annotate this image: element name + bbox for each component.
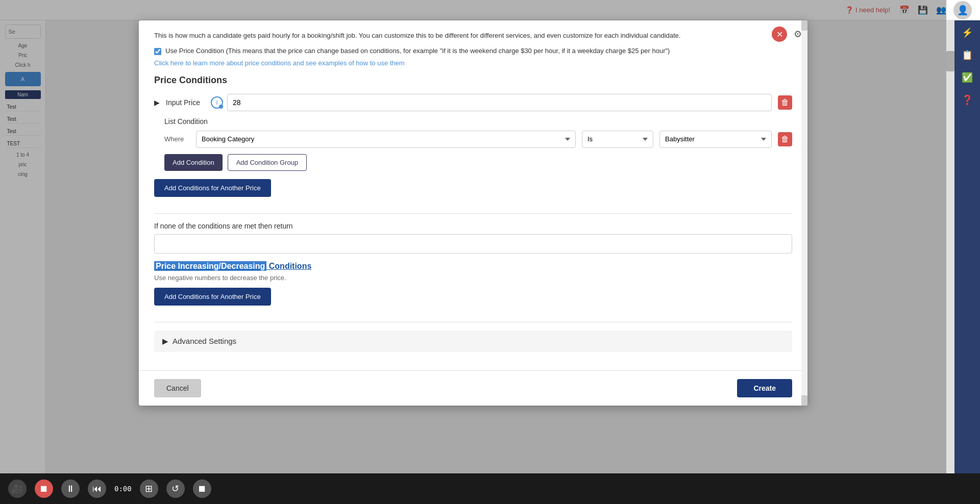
advanced-settings-toggle[interactable]: ▶ Advanced Settings (162, 337, 236, 346)
checkbox-row: Use Price Condition (This means that the… (154, 47, 792, 55)
panel-icon-4[interactable]: ❓ (959, 92, 975, 108)
condition-buttons-row: Add Condition Add Condition Group (164, 154, 792, 171)
condition-value-select[interactable]: Babysitter Nanny Driver (659, 131, 772, 148)
modal-overlay: ✕ ⚙ This is how much a candidate gets pa… (0, 0, 946, 504)
price-increasing-title-highlight: Price Increasing/Decreasing (154, 261, 266, 271)
modal-body: This is how much a candidate gets paid h… (139, 20, 807, 370)
timer-display: 0:00 (114, 485, 132, 493)
modal-scroll-thumb-bottom (801, 395, 807, 406)
list-condition-label: List Condition (164, 117, 792, 125)
add-condition-button[interactable]: Add Condition (164, 154, 223, 171)
panel-icon-2[interactable]: 📋 (959, 47, 975, 63)
advanced-settings-section: ▶ Advanced Settings (154, 331, 792, 352)
delete-price-button[interactable]: 🗑 (778, 95, 792, 110)
add-condition-group-button[interactable]: Add Condition Group (228, 154, 307, 171)
stop-button-2[interactable]: ⏹ (193, 480, 211, 498)
price-increasing-title-rest: Conditions (266, 262, 311, 270)
advanced-toggle-icon: ▶ (162, 337, 168, 346)
advanced-settings-label: Advanced Settings (173, 337, 236, 345)
scroll-thumb (946, 51, 954, 71)
input-price-container: Input Price i (166, 94, 772, 111)
panel-icon-3[interactable]: ✅ (959, 69, 975, 86)
cancel-button[interactable]: Cancel (154, 379, 201, 397)
pause-button[interactable]: ⏸ (61, 480, 80, 498)
price-increasing-title[interactable]: Price Increasing/Decreasing Conditions (154, 262, 792, 271)
modal-scroll-track[interactable] (801, 20, 807, 406)
condition-field-select[interactable]: Booking Category Day of Week Time of Day (196, 131, 576, 148)
modal-footer: Cancel Create (139, 370, 807, 406)
right-panel: ⚡ 📋 ✅ ❓ (954, 20, 980, 504)
scroll-track[interactable] (946, 20, 954, 504)
condition-operator-select[interactable]: Is Is Not Contains (582, 131, 653, 148)
section-title: Price Conditions (154, 75, 792, 86)
info-text: This is how much a candidate gets paid h… (154, 31, 792, 41)
checkbox-label[interactable]: Use Price Condition (This means that the… (165, 47, 670, 55)
video-button[interactable]: 🎥 (8, 480, 27, 498)
price-toggle-arrow[interactable]: ▶ (154, 98, 160, 107)
back-button[interactable]: ⏮ (88, 480, 106, 498)
modal-close-button[interactable]: ✕ (772, 27, 787, 42)
price-input[interactable] (227, 94, 772, 111)
modal-settings-button[interactable]: ⚙ (790, 27, 805, 42)
input-price-row: ▶ Input Price i 🗑 (154, 94, 792, 111)
divider-2 (154, 322, 792, 322)
if-none-label: If none of the conditions are met then r… (154, 222, 792, 230)
bottom-toolbar: 🎥 ⏹ ⏸ ⏮ 0:00 ⊞ ↺ ⏹ (0, 473, 980, 504)
condition-row: Where Booking Category Day of Week Time … (164, 131, 792, 148)
price-increasing-section: Price Increasing/Decreasing Conditions U… (154, 262, 792, 314)
create-button[interactable]: Create (737, 379, 792, 397)
reset-button[interactable]: ↺ (166, 480, 185, 498)
learn-more-link[interactable]: Click here to learn more about price con… (154, 59, 792, 67)
use-price-condition-checkbox[interactable] (154, 48, 161, 55)
delete-condition-button[interactable]: 🗑 (778, 132, 792, 146)
where-label: Where (164, 135, 190, 143)
circular-info-icon[interactable]: i (211, 96, 223, 109)
input-price-label: Input Price (166, 98, 207, 107)
modal: ✕ ⚙ This is how much a candidate gets pa… (139, 20, 807, 406)
panel-icon-1[interactable]: ⚡ (959, 24, 975, 41)
avatar[interactable]: 👤 (953, 1, 972, 19)
add-conditions-another-price-button-1[interactable]: Add Conditions for Another Price (154, 179, 271, 197)
stop-recording-button[interactable]: ⏹ (35, 480, 53, 498)
if-none-input[interactable] (154, 234, 792, 254)
add-conditions-another-price-button-2[interactable]: Add Conditions for Another Price (154, 288, 271, 306)
grid-button[interactable]: ⊞ (140, 480, 158, 498)
divider-1 (154, 213, 792, 214)
price-increasing-subtitle: Use negative numbers to decrease the pri… (154, 274, 792, 282)
